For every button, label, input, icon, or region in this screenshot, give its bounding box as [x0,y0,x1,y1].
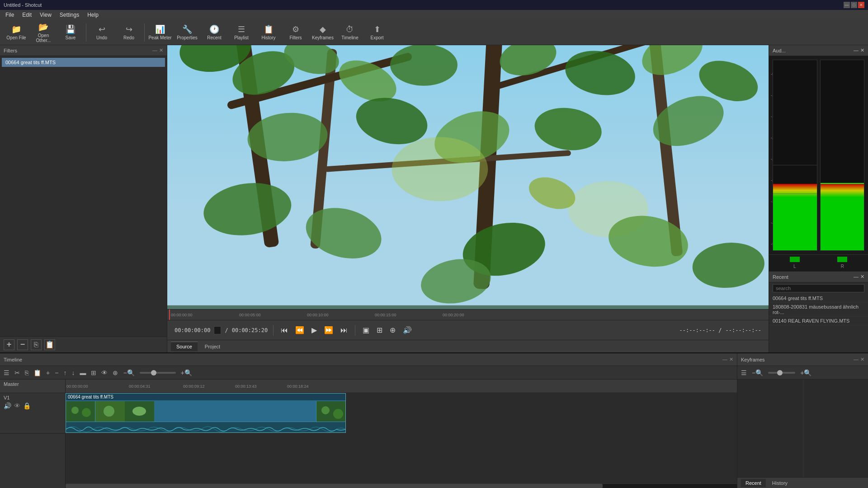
meter-tick [773,193,817,194]
tl-ripple-button[interactable]: ⊞ [89,368,98,377]
recent-item-2[interactable]: 180808-200831 mäusebussard ähnlich rot-.… [769,303,868,317]
tl-remove-track-button[interactable]: − [53,368,60,377]
menu-file[interactable]: File [2,11,18,19]
in-point-button[interactable]: ▣ [361,324,371,336]
kf-minimize-icon[interactable]: — [854,357,859,362]
undo-icon: ↩ [99,24,105,34]
svg-point-36 [104,406,114,417]
peak-meter-button[interactable]: 📊 Peak Meter [147,21,173,44]
toggle-grid-button[interactable]: ⊞ [375,324,384,336]
time-input-spin[interactable] [214,326,221,334]
timeline-toolbar: ☰ ✂ ⎘ 📋 + − ↑ ↓ ▬ ⊞ 👁 ⊕ −🔍 +🔍 [0,366,737,380]
v1-mute-icon[interactable]: 🔊 [4,402,11,409]
tl-cut-button[interactable]: ✂ [13,368,22,377]
tl-zoom-in-button[interactable]: +🔍 [179,368,194,377]
timeline-zoom-slider[interactable] [140,372,176,374]
filters-minimize-icon[interactable]: — [152,47,157,53]
keyframes-panel: Keyframes — ✕ ☰ −🔍 +🔍 Recent [737,353,868,488]
export-button[interactable]: ⬆ Export [364,21,390,44]
close-button[interactable]: ✕ [858,2,864,8]
source-tab[interactable]: Source [171,342,198,351]
open-file-button[interactable]: 📁 Open File [4,21,29,44]
undo-button[interactable]: ↩ Undo [89,21,114,44]
ruler-mark-0: 00:00:00:00 [171,313,193,317]
save-button[interactable]: 💾 Save [58,21,83,44]
recent-item-1[interactable]: 00664 great tits ff.MTS [769,294,868,303]
v1-eye-icon[interactable]: 👁 [14,402,20,409]
menu-edit[interactable]: Edit [19,11,35,19]
playlist-button[interactable]: ☰ Playlist [229,21,254,44]
keyframes-button[interactable]: ◆ Keyframes [310,21,335,44]
menu-view[interactable]: View [36,11,55,19]
properties-button[interactable]: 🔧 Properties [175,21,200,44]
timeline-button[interactable]: ⏱ Timeline [337,21,363,44]
recent-search-input[interactable] [773,284,864,292]
recent-item-3[interactable]: 00140 REAL RAVEN FLYING.MTS [769,317,868,325]
filter-paste-button[interactable]: 📋 [44,339,55,350]
filter-add-button[interactable]: + [4,339,14,350]
properties-icon: 🔧 [182,24,192,34]
filters-button[interactable]: ⚙ Filters [283,21,308,44]
menu-settings[interactable]: Settings [56,11,83,19]
recent-search-container [769,282,868,294]
tc-mark-2: 00:00:09:12 [183,384,205,389]
go-start-button[interactable]: ⏮ [279,324,290,336]
timeline-close-icon[interactable]: ✕ [729,357,733,362]
volume-button[interactable]: 🔊 [401,324,414,336]
go-end-button[interactable]: ⏭ [339,324,349,336]
kf-zoom-in-button[interactable]: +🔍 [798,368,813,377]
v1-lock-icon[interactable]: 🔒 [23,402,31,409]
timeline-header: Timeline — ✕ [0,353,737,366]
video-frame [167,45,769,309]
right-history-tab[interactable]: History [768,479,792,487]
tl-zoom-out-button[interactable]: −🔍 [121,368,136,377]
audio-close-icon[interactable]: ✕ [860,47,864,53]
timeline-header-controls: — ✕ [722,357,733,362]
svg-point-12 [390,45,458,86]
kf-zoom-slider[interactable] [768,372,795,374]
redo-button[interactable]: ↪ Redo [116,21,142,44]
timeline-container: Timeline — ✕ ☰ ✂ ⎘ 📋 + − ↑ ↓ ▬ ⊞ 👁 ⊕ [0,352,868,488]
filter-item[interactable]: 00664 great tits ff.MTS [2,58,165,67]
recent-button[interactable]: 🕐 Recent [202,21,227,44]
audio-minimize-icon[interactable]: — [854,47,859,53]
keyframes-content [737,380,868,477]
clip-thumb-end [316,401,345,422]
filters-panel: Filters — ✕ 00664 great tits ff.MTS + − … [0,45,167,352]
recent-minimize-icon[interactable]: — [854,274,859,280]
transport-sep-2 [355,325,355,336]
filter-copy-button[interactable]: ⎘ [31,339,42,350]
tl-copy-button[interactable]: ⎘ [23,368,30,377]
filter-remove-button[interactable]: − [17,339,28,350]
right-meter-bar [820,60,865,251]
rewind-button[interactable]: ⏪ [293,324,306,336]
timeline-minimize-icon[interactable]: — [722,357,727,362]
play-button[interactable]: ▶ [310,324,319,336]
right-recent-tab[interactable]: Recent [741,479,766,487]
recent-close-icon[interactable]: ✕ [860,274,864,280]
kf-close-icon[interactable]: ✕ [860,357,864,362]
fast-forward-button[interactable]: ⏩ [322,324,335,336]
menu-help[interactable]: Help [84,11,102,19]
tl-snap-button[interactable]: ⊕ [111,368,120,377]
history-button[interactable]: 📋 History [256,21,281,44]
tl-up-button[interactable]: ↑ [61,368,68,377]
tl-menu-button[interactable]: ☰ [2,368,11,377]
filters-close-icon[interactable]: ✕ [159,47,163,53]
open-other-button[interactable]: 📂 Open Other... [31,21,56,44]
kf-menu-button[interactable]: ☰ [739,368,749,377]
project-tab[interactable]: Project [199,342,226,351]
tl-paste-button[interactable]: 📋 [32,368,43,377]
tl-add-track-button[interactable]: + [44,368,52,377]
keyframes-icon: ◆ [320,24,326,34]
tl-eye-button[interactable]: 👁 [99,368,109,377]
minimize-button[interactable]: — [844,2,850,8]
maximize-button[interactable]: □ [851,2,857,8]
tl-down-button[interactable]: ↓ [70,368,76,377]
tl-clip-button[interactable]: ▬ [78,368,88,377]
kf-zoom-out-button[interactable]: −🔍 [750,368,765,377]
zoom-fit-button[interactable]: ⊕ [388,324,397,336]
window-controls[interactable]: — □ ✕ [844,2,864,8]
timeline-h-scrollbar[interactable] [66,483,737,488]
video-clip[interactable]: 00664 great tits ff.MTS [66,393,346,433]
